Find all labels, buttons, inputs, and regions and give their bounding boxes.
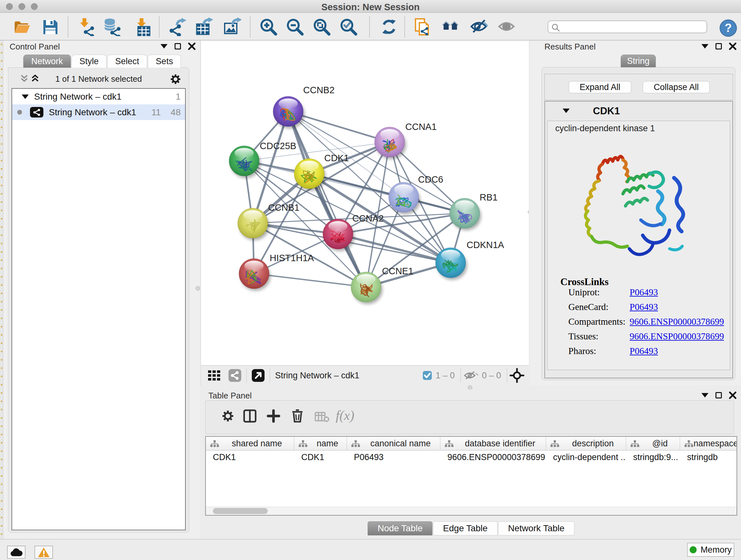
gene-section-header[interactable]: CDK1 [545,102,732,121]
tab-network[interactable]: Network [23,55,71,68]
column-header-id[interactable]: @id [626,437,680,450]
tab-edge-table[interactable]: Edge Table [433,521,497,536]
column-header-database-identifier[interactable]: database identifier [441,437,546,450]
new-network-icon[interactable] [169,17,187,36]
crosslink-link[interactable]: P06493 [630,346,658,356]
collapse-all-button[interactable]: Collapse All [643,81,710,93]
delete-column-icon[interactable] [291,409,304,423]
network-canvas[interactable]: CCNB2CCNA1CDC25BCDK1CDC6RB1CCNB1CCNA2CDK… [201,41,529,365]
add-column-icon[interactable] [267,409,280,423]
panel-float-icon[interactable] [175,43,181,50]
table-cell[interactable]: CDK1 [206,450,294,464]
toolbar-separator [404,16,405,37]
network-collection-row[interactable]: String Network – cdk1 1 [12,89,185,105]
table-cell[interactable]: P06493 [347,450,441,464]
table-cell[interactable]: 9606.ENSP00000378699 [441,450,546,464]
crosslink-link[interactable]: P06493 [630,287,658,298]
network-node-CCNB2[interactable] [273,97,303,126]
zoom-fit-icon[interactable] [313,17,331,36]
panel-close-icon[interactable] [729,43,737,50]
network-node-HIST1H1A[interactable] [239,259,269,289]
open-in-window-icon[interactable] [252,369,265,382]
table-options-gear-icon[interactable] [221,409,235,423]
column-header-description[interactable]: description [546,437,626,450]
fit-content-crosshair-icon[interactable] [510,368,524,383]
hide-selected-icon[interactable] [470,17,488,36]
show-columns-icon[interactable] [243,409,257,423]
tab-string[interactable]: String [621,55,656,67]
column-header-namespace[interactable]: namespace [680,437,737,450]
table-cell[interactable]: CDK1 [294,450,347,464]
save-icon[interactable] [41,17,59,36]
panel-close-icon[interactable] [188,43,196,50]
crosslink-link[interactable]: 9606.ENSP00000378699 [630,316,724,327]
network-options-gear-icon[interactable] [169,73,182,85]
network-row[interactable]: String Network – cdk1 11 48 [12,105,185,120]
panel-menu-icon[interactable] [160,44,167,49]
collection-count: 1 [176,91,181,102]
zoom-out-icon[interactable] [286,17,304,36]
protein-structure-image [557,143,697,271]
tab-style[interactable]: Style [71,55,107,68]
crosslink-link[interactable]: P06493 [630,302,658,312]
network-node-CCNB1[interactable] [238,208,268,238]
zoom-selected-icon[interactable] [339,17,358,36]
column-header-shared-name[interactable]: shared name [206,437,294,450]
tab-select[interactable]: Select [107,55,147,68]
tab-sets[interactable]: Sets [148,55,181,68]
panel-menu-icon[interactable] [701,393,709,397]
panel-close-icon[interactable] [729,391,737,399]
import-network-file-icon[interactable] [77,17,96,36]
tab-network-table[interactable]: Network Table [498,521,575,536]
panel-menu-icon[interactable] [701,44,709,49]
show-all-icon[interactable] [498,17,516,36]
import-table-file-icon[interactable] [133,17,151,36]
splitter-knob-bottom[interactable] [468,385,472,390]
table-cell[interactable]: stringdb [680,450,737,464]
panel-float-icon[interactable] [716,43,722,50]
network-node-CCNE1[interactable] [351,272,381,302]
open-folder-icon[interactable] [13,17,32,36]
network-node-CCNA1[interactable] [375,127,405,157]
memory-button[interactable]: Memory [687,543,734,557]
toolbar-separator [250,16,251,37]
column-header-name[interactable]: name [294,437,347,450]
table-horizontal-scrollbar[interactable] [206,507,737,515]
zoom-in-icon[interactable] [259,17,278,36]
network-node-CDC25B[interactable] [229,146,259,176]
network-share-button-icon[interactable] [228,369,241,382]
table-cell[interactable]: cyclin-dependent ... [546,450,626,464]
gene-collapse-icon[interactable] [562,109,569,113]
first-neighbors-icon[interactable] [442,17,460,36]
copy-documents-icon[interactable] [414,17,432,36]
scrollbar-thumb[interactable] [213,508,268,514]
expand-all-button[interactable]: Expand All [569,81,631,93]
hidden-eye-icon [463,370,479,381]
birdseye-grid-icon[interactable] [207,369,221,382]
warnings-button[interactable] [35,546,53,559]
search-input[interactable] [548,20,707,33]
cloud-button[interactable] [7,546,25,559]
network-edge[interactable] [254,273,366,287]
collection-expand-icon[interactable] [22,95,29,99]
gene-name: CDK1 [593,105,620,117]
export-image-icon[interactable] [223,17,241,36]
import-network-database-icon[interactable] [103,17,121,36]
network-node-RB1[interactable] [450,198,480,228]
function-builder-icon: f(x) [336,408,354,423]
export-table-icon[interactable] [195,17,213,36]
column-header-canonical-name[interactable]: canonical name [347,437,441,450]
network-node-CDC6[interactable] [389,182,419,212]
help-button[interactable]: ? [719,19,737,37]
network-node-CCNA2[interactable] [323,219,353,249]
crosslink-link[interactable]: 9606.ENSP00000378699 [630,331,724,341]
selected-checkbox-icon[interactable] [422,370,432,381]
network-node-CDKN1A[interactable] [435,248,466,278]
tab-node-table[interactable]: Node Table [367,521,432,536]
splitter-knob-left[interactable] [196,286,200,291]
table-cell[interactable]: stringdb:9... [626,450,680,464]
network-node-CDK1[interactable] [294,159,324,189]
panel-float-icon[interactable] [716,392,722,398]
refresh-icon[interactable] [380,17,398,36]
table-row[interactable]: CDK1CDK1P064939606.ENSP00000378699cyclin… [206,450,737,464]
